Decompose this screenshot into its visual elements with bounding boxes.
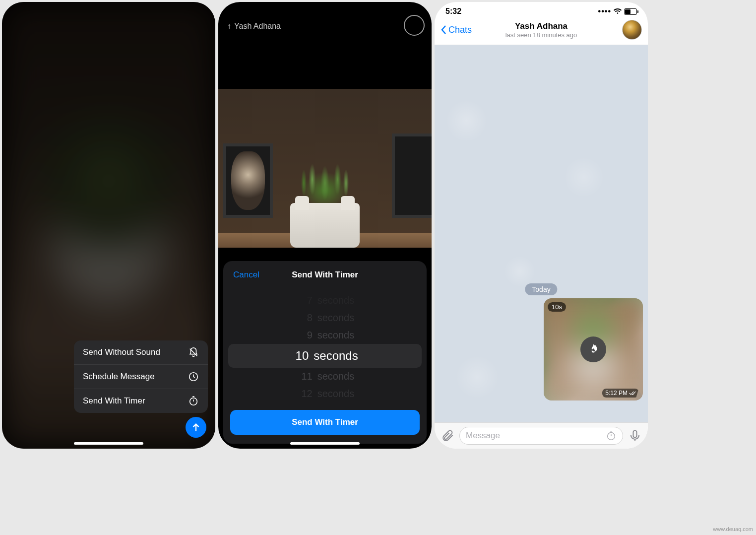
wall-frame-right: [392, 134, 432, 218]
home-indicator: [290, 442, 360, 445]
contact-avatar[interactable]: [622, 20, 642, 40]
photo-preview: [218, 89, 432, 248]
arrow-up-icon: [190, 422, 201, 433]
mic-icon[interactable]: [628, 429, 642, 443]
back-to-chats-button[interactable]: Chats: [441, 25, 472, 35]
picker-option[interactable]: 8seconds: [223, 309, 427, 327]
menu-item-label: Send With Timer: [83, 396, 145, 406]
send-with-timer-button[interactable]: Send With Timer: [230, 410, 420, 435]
recipient-header[interactable]: ↑ Yash Adhana: [227, 22, 281, 31]
contact-name: Yash Adhana: [505, 21, 577, 31]
screenshot-2-timer-picker: ↑ Yash Adhana Cancel Send With Timer 7se…: [218, 2, 432, 449]
home-indicator: [74, 442, 143, 445]
chevron-left-icon: [441, 25, 446, 35]
status-time: 5:32: [445, 7, 461, 16]
chat-area[interactable]: Today 10s 5:12 PM: [435, 45, 648, 422]
up-arrow-icon: ↑: [227, 22, 231, 31]
screenshot-1-send-menu: Send Without Sound Schedule Message Send…: [2, 2, 215, 449]
recipient-name: Yash Adhana: [234, 22, 281, 31]
plant-pot: [283, 138, 367, 248]
message-input[interactable]: Message: [459, 427, 623, 445]
picker-option-selected[interactable]: 10seconds: [228, 344, 422, 368]
input-placeholder: Message: [466, 431, 500, 441]
last-seen: last seen 18 minutes ago: [505, 31, 577, 39]
check-icon: [629, 391, 636, 396]
back-label: Chats: [448, 25, 472, 35]
signal-icon: ••••: [598, 7, 611, 16]
processing-ring-icon: [404, 15, 425, 36]
send-options-menu: Send Without Sound Schedule Message Send…: [74, 340, 208, 413]
watermark: www.deuaq.com: [713, 526, 753, 532]
wifi-icon: [613, 8, 622, 15]
bell-slash-icon: [188, 347, 199, 358]
stopwatch-icon: [188, 396, 199, 406]
message-input-bar: Message: [435, 422, 648, 449]
chat-title[interactable]: Yash Adhana last seen 18 minutes ago: [505, 21, 577, 39]
cancel-button[interactable]: Cancel: [233, 270, 259, 280]
send-with-timer-option[interactable]: Send With Timer: [74, 389, 208, 413]
duration-picker[interactable]: 7seconds 8seconds 9seconds 10seconds 11s…: [223, 292, 427, 401]
picker-option[interactable]: 9seconds: [223, 327, 427, 344]
send-without-sound-option[interactable]: Send Without Sound: [74, 340, 208, 365]
sheet-title: Send With Timer: [292, 270, 358, 280]
stopwatch-icon[interactable]: [606, 430, 617, 441]
date-pill: Today: [525, 283, 557, 295]
picker-option[interactable]: 11seconds: [223, 368, 427, 385]
timer-badge: 10s: [548, 302, 566, 312]
menu-item-label: Send Without Sound: [83, 347, 160, 357]
attach-icon[interactable]: [441, 429, 454, 443]
disappearing-photo-message[interactable]: 10s 5:12 PM: [544, 298, 643, 401]
timer-sheet: Cancel Send With Timer 7seconds 8seconds…: [223, 261, 427, 444]
battery-icon: [624, 8, 637, 15]
send-button[interactable]: [186, 417, 206, 438]
picker-option[interactable]: 7seconds: [223, 292, 427, 309]
wall-frame-left: [223, 143, 273, 218]
clock-icon: [188, 371, 199, 382]
flame-icon: [580, 336, 606, 362]
chat-nav-bar: Chats Yash Adhana last seen 18 minutes a…: [435, 17, 648, 45]
message-timestamp: 5:12 PM: [602, 389, 639, 398]
screenshot-3-chat: 5:32 •••• Chats Yash Adhana last seen 18…: [435, 2, 648, 449]
svg-rect-4: [633, 431, 637, 438]
picker-option[interactable]: 12seconds: [223, 385, 427, 401]
status-bar: 5:32 ••••: [435, 2, 648, 17]
menu-item-label: Schedule Message: [83, 372, 155, 382]
schedule-message-option[interactable]: Schedule Message: [74, 365, 208, 389]
